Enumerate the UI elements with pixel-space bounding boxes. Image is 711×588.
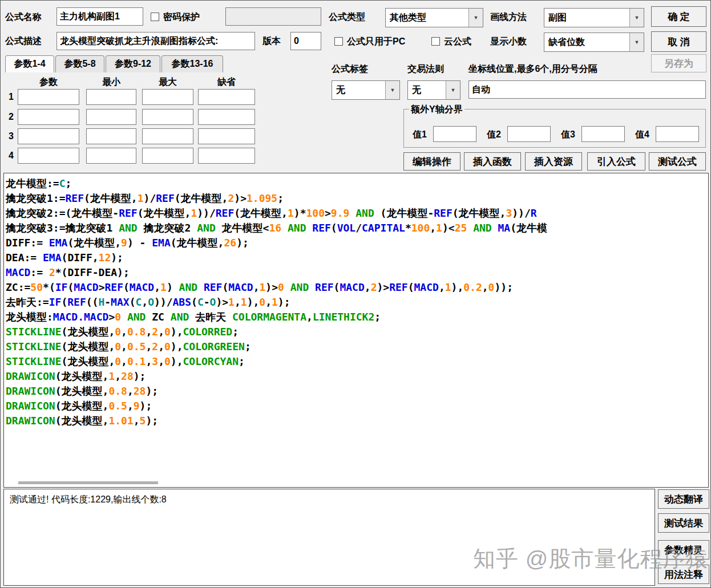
value4-input[interactable] — [656, 126, 699, 142]
cloud-formula-label: 云公式 — [444, 37, 471, 47]
test-formula-button[interactable]: 测试公式 — [649, 152, 706, 171]
password-protect-checkbox[interactable] — [151, 13, 159, 21]
param-min-input-2[interactable] — [86, 109, 136, 125]
show-decimal-label: 显示小数 — [490, 37, 527, 47]
edit-operation-button[interactable]: 编辑操作 — [403, 152, 460, 171]
formula-type-label: 公式类型 — [329, 12, 365, 22]
password-input — [225, 7, 321, 26]
dynamic-translate-button[interactable]: 动态翻译 — [658, 489, 709, 509]
param-name-input-3[interactable] — [18, 128, 79, 144]
param-default-input-3[interactable] — [198, 128, 255, 144]
param-col-header-name: 参数 — [18, 76, 79, 88]
draw-method-value: 副图 — [544, 12, 629, 24]
formula-name-input[interactable] — [56, 7, 143, 26]
version-label: 版本 — [262, 36, 281, 46]
param-max-input-1[interactable] — [142, 89, 193, 105]
code-editor-content: 龙牛模型:=C;擒龙突破1:=REF(龙牛模型,1)/REF(龙牛模型,2)>1… — [4, 173, 708, 431]
draw-method-label: 画线方法 — [490, 12, 527, 22]
param-row-label: 4 — [9, 151, 14, 161]
chevron-down-icon[interactable]: ▼ — [468, 9, 483, 27]
formula-type-value: 其他类型 — [386, 12, 468, 24]
formula-editor-window: 公式名称 密码保护 公式类型 其他类型 ▼ 画线方法 副图 ▼ 确 定 公式描述… — [0, 0, 711, 588]
pc-only-label: 公式只用于PC — [347, 37, 405, 47]
draw-method-select[interactable]: 副图 ▼ — [544, 8, 644, 27]
scrollbar-thumb[interactable] — [18, 481, 158, 484]
param-min-input-1[interactable] — [86, 89, 136, 105]
show-decimal-select[interactable]: 缺省位数 ▼ — [544, 33, 644, 52]
cloud-formula-checkbox[interactable] — [431, 37, 440, 46]
trade-rule-value: 无 — [408, 84, 446, 96]
param-default-input-2[interactable] — [198, 109, 255, 125]
param-max-input-4[interactable] — [142, 148, 193, 164]
tab-params-9-12[interactable]: 参数9-12 — [106, 55, 160, 72]
formula-type-select[interactable]: 其他类型 ▼ — [385, 8, 483, 27]
chevron-down-icon[interactable]: ▼ — [629, 9, 644, 27]
formula-desc-input[interactable] — [56, 32, 255, 50]
param-min-input-3[interactable] — [86, 128, 136, 144]
value1-input[interactable] — [433, 126, 476, 142]
password-protect-label: 密码保护 — [163, 12, 200, 22]
value1-label: 值1 — [413, 129, 427, 140]
param-row-label: 3 — [9, 131, 14, 141]
formula-name-label: 公式名称 — [5, 12, 42, 22]
param-col-header-max: 最大 — [142, 76, 193, 88]
ok-button[interactable]: 确 定 — [651, 6, 706, 27]
coord-line-input[interactable] — [468, 80, 706, 99]
pc-only-checkbox[interactable] — [334, 37, 343, 46]
param-default-input-4[interactable] — [198, 148, 255, 164]
param-min-input-4[interactable] — [86, 148, 136, 164]
param-max-input-3[interactable] — [142, 128, 193, 144]
value2-label: 值2 — [487, 129, 501, 140]
insert-resource-button[interactable]: 插入资源 — [525, 152, 582, 171]
param-name-input-1[interactable] — [18, 89, 79, 105]
code-editor[interactable]: 龙牛模型:=C;擒龙突破1:=REF(龙牛模型,1)/REF(龙牛模型,2)>1… — [3, 173, 709, 488]
save-as-button: 另存为 — [651, 54, 706, 72]
formula-tag-select[interactable]: 无 ▼ — [332, 80, 400, 100]
param-col-header-default: 缺省 — [198, 76, 255, 88]
trade-rule-select[interactable]: 无 ▼ — [407, 80, 460, 100]
watermark: 知乎 @股市量化程序猿 — [473, 544, 708, 574]
chevron-down-icon[interactable]: ▼ — [629, 33, 644, 51]
param-row-label: 2 — [9, 112, 14, 122]
value3-label: 值3 — [561, 129, 575, 140]
tab-params-5-8[interactable]: 参数5-8 — [55, 55, 104, 72]
cancel-button[interactable]: 取 消 — [651, 31, 706, 52]
insert-function-button[interactable]: 插入函数 — [464, 152, 521, 171]
coord-line-label: 坐标线位置,最多6个,用分号分隔 — [468, 64, 597, 74]
tab-params-13-16[interactable]: 参数13-16 — [161, 55, 223, 72]
param-name-input-4[interactable] — [18, 148, 79, 164]
param-name-input-2[interactable] — [18, 109, 79, 125]
value2-input[interactable] — [507, 126, 551, 142]
param-col-header-min: 最小 — [86, 76, 136, 88]
formula-tag-label: 公式标签 — [332, 64, 368, 74]
horizontal-scrollbar[interactable] — [4, 479, 708, 486]
formula-desc-label: 公式描述 — [5, 36, 42, 46]
trade-rule-label: 交易法则 — [407, 64, 444, 74]
tab-params-1-4[interactable]: 参数1-4 — [5, 55, 54, 72]
version-input[interactable] — [290, 32, 321, 50]
value3-input[interactable] — [581, 126, 625, 142]
chevron-down-icon[interactable]: ▼ — [446, 81, 460, 99]
param-default-input-1[interactable] — [198, 89, 255, 105]
chevron-down-icon[interactable]: ▼ — [385, 81, 399, 99]
import-formula-button[interactable]: 引入公式 — [587, 152, 645, 171]
test-result-button[interactable]: 测试结果 — [658, 513, 709, 533]
param-max-input-2[interactable] — [142, 109, 193, 125]
formula-tag-value: 无 — [332, 84, 385, 96]
status-text: 测试通过! 代码长度:1229,输出线个数:8 — [10, 494, 167, 504]
param-row-label: 1 — [9, 92, 14, 102]
value4-label: 值4 — [635, 129, 649, 140]
extra-y-axis-title: 额外Y轴分界 — [409, 104, 464, 116]
show-decimal-value: 缺省位数 — [544, 37, 629, 48]
